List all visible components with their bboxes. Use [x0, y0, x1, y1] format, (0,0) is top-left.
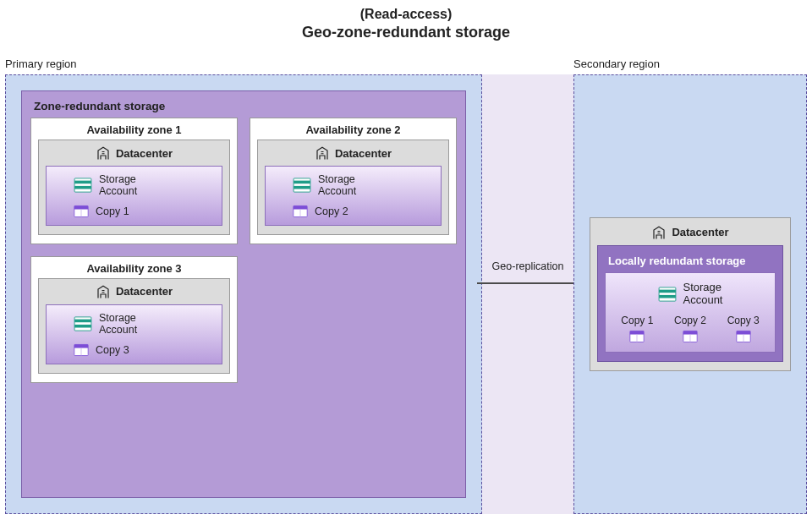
- svg-rect-2: [74, 186, 91, 189]
- availability-zone-1: Availability zone 1 Datacenter Storage A…: [30, 118, 238, 244]
- svg-rect-28: [736, 331, 749, 335]
- lrs-copy-1: Copy 1: [621, 315, 653, 343]
- storage-account-icon: [658, 287, 677, 302]
- az2-copy-row: Copy 2: [274, 205, 432, 218]
- datacenter-icon: [96, 284, 111, 299]
- svg-rect-7: [294, 181, 310, 184]
- copy-icon: [736, 330, 751, 343]
- svg-rect-14: [74, 325, 91, 328]
- geo-replication-label: Geo-replication: [482, 260, 573, 272]
- az1-title: Availability zone 1: [38, 123, 230, 136]
- az3-copy-label: Copy 3: [96, 344, 129, 356]
- az3-sa-label: Storage Account: [99, 312, 137, 337]
- az2-sa-row: Storage Account: [274, 173, 432, 198]
- zrs-title: Zone-redundant storage: [34, 100, 457, 112]
- az1-dc-label: Datacenter: [116, 147, 173, 160]
- lrs-title: Locally redundant storage: [608, 255, 774, 267]
- title-main: Geo-zone-redundant storage: [0, 24, 812, 41]
- storage-account-icon: [293, 178, 311, 193]
- svg-rect-18: [659, 287, 676, 300]
- lrs-copy2-label: Copy 2: [674, 315, 706, 326]
- az2-dc-label: Datacenter: [335, 147, 392, 160]
- secondary-dc-header: Datacenter: [597, 225, 783, 240]
- svg-rect-13: [74, 320, 91, 323]
- copy-icon: [74, 343, 89, 357]
- lrs-storage-card: Storage Account Copy 1 Copy 2: [605, 272, 776, 353]
- availability-zones-grid: Availability zone 1 Datacenter Storage A…: [30, 118, 457, 383]
- lrs-copies-row: Copy 1 Copy 2 Copy 3: [612, 315, 768, 343]
- svg-rect-8: [294, 186, 310, 189]
- primary-region-box: Zone-redundant storage Availability zone…: [5, 74, 482, 514]
- diagram-body: Zone-redundant storage Availability zone…: [5, 74, 807, 514]
- copy-icon: [683, 330, 698, 343]
- lrs-container: Locally redundant storage Storage Accoun…: [597, 245, 783, 363]
- geo-replication-arrow-line: [477, 282, 579, 284]
- svg-rect-20: [659, 294, 676, 298]
- az3-sa-row: Storage Account: [55, 312, 213, 337]
- availability-zone-3: Availability zone 3 Datacenter Storage A…: [30, 256, 238, 383]
- lrs-sa-row: Storage Account: [612, 282, 768, 307]
- az3-datacenter: Datacenter Storage Account Copy 3: [38, 278, 230, 374]
- az3-title: Availability zone 3: [38, 262, 230, 275]
- svg-rect-4: [74, 205, 88, 209]
- svg-rect-25: [683, 331, 697, 335]
- az2-dc-header: Datacenter: [265, 145, 442, 161]
- svg-rect-19: [659, 289, 676, 293]
- storage-account-icon: [74, 178, 92, 193]
- datacenter-icon: [651, 225, 667, 240]
- az1-sa-label: Storage Account: [99, 173, 137, 198]
- az1-datacenter: Datacenter Storage Account Copy 1: [38, 140, 230, 235]
- diagram-title-group: (Read-access) Geo-zone-redundant storage: [0, 0, 812, 45]
- lrs-copy-2: Copy 2: [674, 315, 706, 343]
- secondary-region-label: Secondary region: [573, 57, 660, 70]
- secondary-region-box: Datacenter Locally redundant storage Sto…: [573, 74, 807, 514]
- title-prefix: (Read-access): [0, 7, 812, 22]
- lrs-sa-label: Storage Account: [683, 282, 723, 307]
- primary-region-label: Primary region: [5, 57, 77, 70]
- lrs-copy1-label: Copy 1: [621, 315, 653, 326]
- az3-storage-account-card: Storage Account Copy 3: [46, 304, 222, 364]
- az3-copy-row: Copy 3: [55, 343, 213, 357]
- az1-dc-header: Datacenter: [46, 145, 222, 161]
- svg-rect-6: [294, 178, 310, 192]
- lrs-copy-3: Copy 3: [727, 315, 760, 343]
- secondary-datacenter: Datacenter Locally redundant storage Sto…: [590, 217, 791, 372]
- az3-dc-header: Datacenter: [46, 284, 222, 299]
- datacenter-icon: [315, 145, 330, 161]
- geo-replication-gap: Geo-replication: [482, 74, 573, 514]
- svg-rect-16: [74, 344, 88, 348]
- lrs-copy3-label: Copy 3: [727, 315, 760, 326]
- az2-datacenter: Datacenter Storage Account Copy 2: [257, 140, 449, 235]
- datacenter-icon: [96, 145, 111, 161]
- az3-dc-label: Datacenter: [116, 285, 173, 298]
- availability-zone-2: Availability zone 2 Datacenter Storage A…: [250, 118, 457, 244]
- zrs-container: Zone-redundant storage Availability zone…: [21, 90, 466, 498]
- az1-copy-label: Copy 1: [96, 205, 129, 217]
- az1-storage-account-card: Storage Account Copy 1: [46, 166, 222, 226]
- svg-rect-12: [74, 317, 91, 331]
- svg-rect-10: [294, 205, 307, 209]
- copy-icon: [74, 205, 89, 218]
- copy-icon: [293, 205, 308, 218]
- az2-title: Availability zone 2: [257, 123, 449, 136]
- az2-copy-label: Copy 2: [315, 205, 348, 217]
- secondary-datacenter-wrap: Datacenter Locally redundant storage Sto…: [590, 217, 791, 372]
- az2-sa-label: Storage Account: [318, 173, 356, 198]
- svg-rect-1: [74, 181, 91, 184]
- az2-storage-account-card: Storage Account Copy 2: [265, 166, 442, 226]
- copy-icon: [629, 330, 645, 343]
- svg-rect-22: [630, 331, 644, 335]
- az1-copy-row: Copy 1: [55, 205, 213, 218]
- az1-sa-row: Storage Account: [55, 173, 213, 198]
- storage-account-icon: [74, 316, 92, 331]
- secondary-dc-label: Datacenter: [672, 226, 728, 238]
- svg-rect-0: [74, 178, 91, 192]
